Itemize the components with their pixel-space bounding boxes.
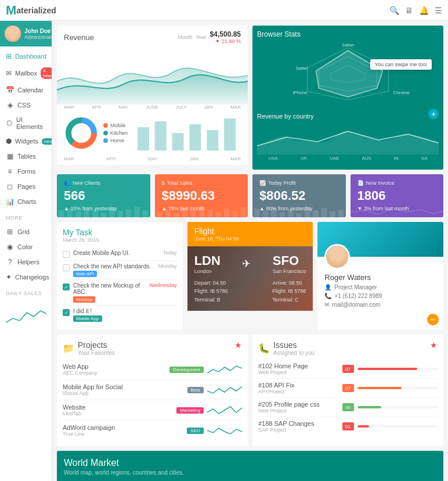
- revenue-chart: [57, 46, 248, 105]
- task-checkbox-3[interactable]: [63, 283, 70, 290]
- stat-new-clients: 👥New Clients 566 ▲ 15% from yesterday: [57, 174, 150, 217]
- projects-title: Projects: [78, 340, 115, 350]
- profile-name: Roger Waters: [324, 273, 436, 282]
- svg-rect-31: [165, 209, 171, 217]
- monitor-icon[interactable]: 🖥: [405, 6, 413, 15]
- svg-rect-28: [134, 207, 140, 217]
- bell-icon[interactable]: 🔔: [419, 6, 429, 15]
- phone-icon: 📞: [324, 293, 331, 299]
- revenue-change: ▼ 21.80 %: [210, 38, 241, 44]
- sidebar-item-charts[interactable]: 📊 Charts: [0, 194, 52, 209]
- search-icon[interactable]: 🔍: [389, 6, 399, 15]
- stat-label-profit: 📈Today Profit: [259, 180, 339, 186]
- svg-rect-8: [207, 130, 218, 150]
- stats-row: 👥New Clients 566 ▲ 15% from yesterday $T…: [57, 174, 443, 217]
- task-time-1: Today: [163, 250, 177, 256]
- project-row-2: Mobile App for Social iSocial App Beta: [63, 380, 242, 400]
- stat-total-sales: $Total Sales $8990.63 ▲ 78% last month: [155, 174, 248, 217]
- sidebar-item-dashboard[interactable]: ⊞ Dashboard: [0, 49, 52, 64]
- sidebar-item-forms[interactable]: ≡ Forms: [0, 164, 52, 179]
- sidebar-label-helpers: Helpers: [17, 259, 39, 265]
- task-badge-mobileapp: Mobile App: [73, 315, 102, 322]
- menu-icon[interactable]: ☰: [435, 6, 442, 15]
- profile-edit-button[interactable]: ✏: [427, 314, 439, 325]
- world-market-subtitle: World map, world regions, countries and …: [64, 469, 436, 476]
- legend-kitchen: Kitchen: [110, 130, 128, 136]
- svg-rect-41: [254, 209, 260, 217]
- sidebar-item-widgets[interactable]: ⬢ Widgets new: [0, 134, 52, 149]
- sidebar-user: John Doe Administrator: [0, 21, 52, 46]
- sidebar-item-changelogs[interactable]: ✦ Changelogs: [0, 270, 52, 285]
- changelogs-icon: ✦: [6, 273, 12, 281]
- stat-label-sales: $Total Sales: [162, 180, 241, 186]
- task-checkbox-2[interactable]: [63, 264, 70, 271]
- projects-subtitle: Your Favorites: [78, 350, 115, 356]
- task-checkbox-1[interactable]: [63, 251, 70, 258]
- svg-rect-36: [207, 210, 212, 217]
- issue-bar-1: [357, 368, 438, 370]
- user-role: Administrator: [24, 34, 52, 40]
- projects-star-icon[interactable]: ★: [234, 340, 242, 350]
- projects-folder-icon: 📁: [63, 343, 74, 354]
- svg-rect-39: [232, 211, 238, 217]
- svg-rect-33: [182, 208, 187, 217]
- brand-name: aterialized: [16, 6, 56, 15]
- svg-rect-40: [240, 207, 246, 217]
- svg-rect-7: [189, 124, 201, 150]
- svg-rect-50: [330, 211, 335, 217]
- issue-project-1: Web Project: [258, 369, 339, 375]
- grid-icon: ⊞: [6, 228, 14, 236]
- sidebar-item-mailbox[interactable]: ✉ Mailbox 4 new: [0, 64, 52, 82]
- svg-rect-23: [92, 210, 98, 217]
- issues-star-icon[interactable]: ★: [430, 340, 438, 350]
- stat-value-invoice: 1806: [357, 188, 437, 203]
- world-market-title: World Market: [64, 458, 436, 468]
- svg-rect-4: [138, 127, 149, 150]
- svg-text:Safari: Safari: [342, 42, 354, 48]
- country-chart: [257, 120, 439, 155]
- issue-info-1: #102 Home Page Web Project: [258, 362, 339, 375]
- task-checkbox-4[interactable]: [63, 309, 70, 316]
- sidebar-item-helpers[interactable]: ? Helpers: [0, 254, 52, 270]
- sidebar-item-calendar[interactable]: 📅 Calendar: [0, 82, 52, 98]
- sidebar-item-pages[interactable]: ◻ Pages: [0, 179, 52, 194]
- sidebar-label-changelogs: Changelogs: [15, 274, 49, 281]
- sidebar-label-pages: Pages: [17, 183, 35, 190]
- tables-icon: ▦: [6, 152, 14, 160]
- issue-badge-2: 07: [342, 384, 354, 392]
- sidebar-item-ui[interactable]: ⬡ UI Elements: [0, 113, 52, 134]
- stat-label-clients: 👥New Clients: [64, 180, 143, 186]
- sidebar-item-tables[interactable]: ▦ Tables: [0, 149, 52, 164]
- widgets-icon: ⬢: [6, 137, 12, 145]
- svg-rect-20: [67, 209, 73, 217]
- revenue-amount: $4,500.85: [210, 30, 241, 38]
- svg-rect-45: [288, 209, 294, 217]
- stat-value-clients: 566: [64, 188, 143, 203]
- svg-rect-34: [190, 210, 196, 217]
- sidebar-item-css[interactable]: ◈ CSS: [0, 98, 52, 113]
- task-badge-mockup: Mockup: [73, 296, 95, 303]
- task-time-3: Wednesday: [149, 282, 176, 288]
- issue-info-4: #188 SAP Changes SAP Project: [258, 420, 339, 433]
- issue-bar-4: [357, 425, 438, 428]
- add-button[interactable]: +: [428, 109, 439, 119]
- toggle-year[interactable]: Year: [196, 34, 206, 40]
- project-badge-3: Marketing: [176, 407, 204, 414]
- task-text-1: Create Mobile App UI.: [73, 250, 160, 256]
- issue-row-1: #102 Home Page Web Project 07: [258, 360, 438, 379]
- svg-rect-47: [305, 207, 310, 217]
- svg-rect-44: [280, 212, 286, 217]
- flight-title: Flight: [194, 227, 306, 236]
- svg-rect-38: [223, 209, 229, 217]
- revenue-title: Revenue: [64, 33, 94, 42]
- sidebar-item-color[interactable]: ◉ Color: [0, 239, 52, 254]
- sidebar-item-grid[interactable]: ⊞ Grid: [0, 224, 52, 239]
- issues-bug-icon: 🐛: [258, 343, 270, 354]
- svg-rect-29: [143, 210, 149, 217]
- toggle-month[interactable]: Month: [178, 34, 192, 40]
- svg-rect-42: [263, 211, 269, 217]
- task-badge-api: Web API: [73, 271, 97, 277]
- profile-phone: 📞 +1 (612) 222 8989: [324, 293, 436, 299]
- browser-radar-chart: Safari IE10 Safari Chrome iPhone: [257, 42, 439, 106]
- svg-rect-46: [296, 213, 302, 217]
